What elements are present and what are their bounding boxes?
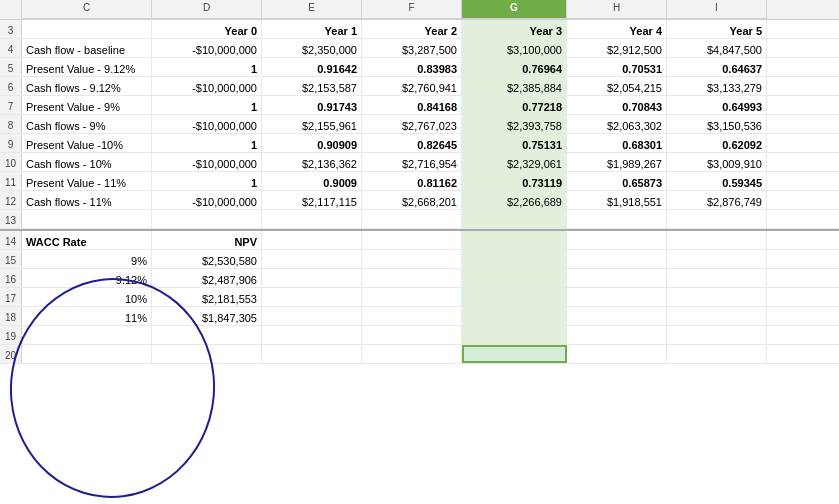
wacc-row-2: 17 10% $2,181,553: [0, 288, 839, 307]
col-header-f[interactable]: F: [362, 0, 462, 19]
table-row: 7 Present Value - 9% 1 0.91743 0.84168 0…: [0, 96, 839, 115]
col-header-c[interactable]: C: [22, 0, 152, 19]
wacc-header-row: 14 WACC Rate NPV: [0, 229, 839, 250]
cell-h-year4[interactable]: Year 4: [567, 20, 667, 38]
empty-row: 20: [0, 345, 839, 364]
npv-header: NPV: [152, 231, 262, 249]
cell-f-year2[interactable]: Year 2: [362, 20, 462, 38]
col-header-h[interactable]: H: [567, 0, 667, 19]
year-header-row: 3 Year 0 Year 1 Year 2 Year 3 Year 4 Yea…: [0, 20, 839, 39]
empty-row: 19: [0, 326, 839, 345]
table-row: 8 Cash flows - 9% -$10,000,000 $2,155,96…: [0, 115, 839, 134]
col-header-e[interactable]: E: [262, 0, 362, 19]
cell-e-year1[interactable]: Year 1: [262, 20, 362, 38]
col-header-i[interactable]: I: [667, 0, 767, 19]
table-row: 9 Present Value -10% 1 0.90909 0.82645 0…: [0, 134, 839, 153]
cell-i-year5[interactable]: Year 5: [667, 20, 767, 38]
table-row: 5 Present Value - 9.12% 1 0.91642 0.8398…: [0, 58, 839, 77]
wacc-title: WACC Rate: [22, 231, 152, 249]
spreadsheet: C D E F G H I 3 Year 0 Year 1 Year 2 Yea…: [0, 0, 839, 504]
wacc-row-3: 18 11% $1,847,305: [0, 307, 839, 326]
wacc-row-1: 16 9.12% $2,487,906: [0, 269, 839, 288]
table-row: 10 Cash flows - 10% -$10,000,000 $2,136,…: [0, 153, 839, 172]
empty-row: 13: [0, 210, 839, 229]
wacc-row-0: 15 9% $2,530,580: [0, 250, 839, 269]
table-row: 4 Cash flow - baseline -$10,000,000 $2,3…: [0, 39, 839, 58]
data-rows: 3 Year 0 Year 1 Year 2 Year 3 Year 4 Yea…: [0, 20, 839, 364]
table-row: 11 Present Value - 11% 1 0.9009 0.81162 …: [0, 172, 839, 191]
col-header-g[interactable]: G: [462, 0, 567, 19]
corner-cell: [0, 0, 22, 18]
col-header-d[interactable]: D: [152, 0, 262, 19]
row-num-year: 3: [0, 20, 22, 38]
column-header-row: C D E F G H I: [0, 0, 839, 20]
table-row: 6 Cash flows - 9.12% -$10,000,000 $2,153…: [0, 77, 839, 96]
cell-g-year3[interactable]: Year 3: [462, 20, 567, 38]
cell-c-year[interactable]: [22, 20, 152, 38]
table-row: 12 Cash flows - 11% -$10,000,000 $2,117,…: [0, 191, 839, 210]
cell-d-year0[interactable]: Year 0: [152, 20, 262, 38]
